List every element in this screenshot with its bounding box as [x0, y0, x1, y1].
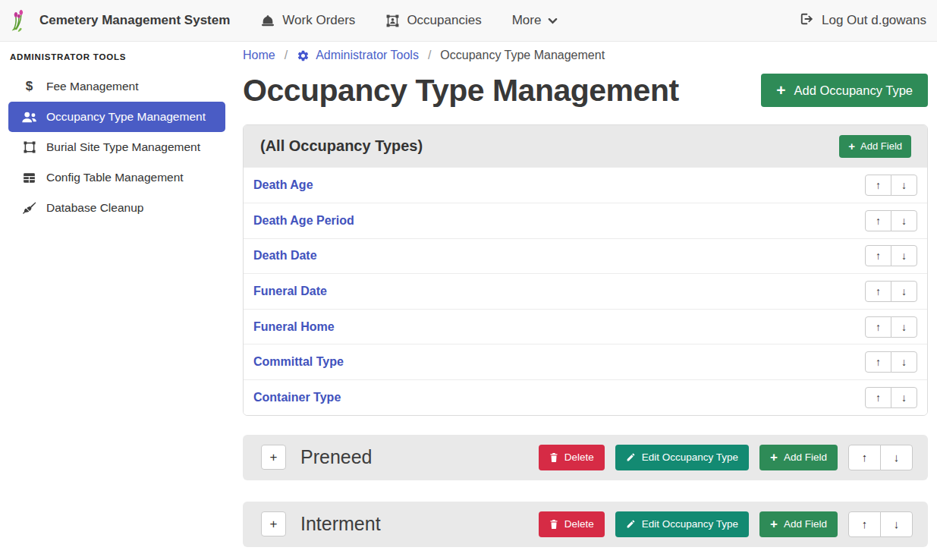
- nav-occupancies-label: Occupancies: [407, 13, 481, 28]
- plus-icon: +: [776, 81, 785, 99]
- field-link-death-date[interactable]: Death Date: [253, 249, 317, 263]
- nav-item-more[interactable]: More: [512, 13, 558, 28]
- edit-occupancy-type-label: Edit Occupancy Type: [642, 451, 738, 463]
- sidebar-item-label: Fee Management: [46, 80, 139, 93]
- add-field-label: Add Field: [860, 140, 902, 152]
- breadcrumb-current: Occupancy Type Management: [440, 49, 605, 62]
- sidebar-item-burial-site-type-management[interactable]: Burial Site Type Management: [8, 132, 225, 162]
- edit-occupancy-type-button[interactable]: Edit Occupancy Type: [615, 511, 749, 537]
- nav-more-label: More: [512, 13, 542, 28]
- occupancy-type-section-interment: + Interment Delete: [243, 502, 928, 547]
- field-link-death-age-period[interactable]: Death Age Period: [253, 214, 354, 228]
- app-brand[interactable]: Cemetery Management System: [11, 9, 230, 33]
- move-down-button[interactable]: ↓: [891, 175, 917, 196]
- breadcrumb-admin-tools-link[interactable]: Administrator Tools: [297, 49, 419, 62]
- field-link-death-age[interactable]: Death Age: [253, 178, 313, 192]
- trash-icon: [549, 519, 558, 530]
- nav-item-occupancies[interactable]: Occupancies: [385, 13, 481, 28]
- hard-hat-icon: [260, 14, 275, 28]
- pencil-icon: [626, 452, 636, 462]
- chevron-down-icon: [548, 17, 558, 24]
- nav-item-work-orders[interactable]: Work Orders: [260, 13, 355, 28]
- pencil-icon: [626, 519, 636, 529]
- add-field-button[interactable]: + Add Field: [839, 135, 911, 158]
- expand-button[interactable]: +: [261, 445, 286, 470]
- card-header: (All Occupancy Types) + Add Field: [244, 125, 927, 167]
- move-down-button[interactable]: ↓: [891, 281, 917, 302]
- table-icon: [20, 171, 38, 184]
- field-row: Death Age Period ↑ ↓: [244, 203, 927, 238]
- add-field-button[interactable]: + Add Field: [759, 511, 838, 537]
- move-down-button[interactable]: ↓: [891, 245, 917, 266]
- add-occupancy-type-button[interactable]: + Add Occupancy Type: [761, 74, 928, 107]
- field-row: Committal Type ↑ ↓: [244, 344, 927, 379]
- move-up-button[interactable]: ↑: [865, 351, 891, 373]
- move-down-button[interactable]: ↓: [891, 316, 917, 338]
- field-link-container-type[interactable]: Container Type: [253, 391, 341, 404]
- breadcrumb: Home / Administrator Tools / Occupancy T…: [243, 49, 928, 62]
- field-link-funeral-home[interactable]: Funeral Home: [253, 320, 335, 334]
- section-title: Interment: [300, 513, 381, 535]
- reorder-controls: ↑ ↓: [865, 387, 917, 408]
- delete-button[interactable]: Delete: [539, 445, 605, 470]
- sidebar-heading: ADMINISTRATOR TOOLS: [0, 47, 234, 71]
- reorder-controls: ↑ ↓: [865, 245, 917, 266]
- move-up-button[interactable]: ↑: [865, 210, 891, 231]
- breadcrumb-separator: /: [285, 49, 288, 62]
- move-up-button[interactable]: ↑: [848, 445, 881, 470]
- edit-occupancy-type-label: Edit Occupancy Type: [642, 518, 738, 530]
- expand-button[interactable]: +: [261, 511, 286, 536]
- plus-icon: +: [770, 450, 778, 465]
- broom-icon: [20, 201, 38, 216]
- plus-icon: +: [848, 140, 855, 153]
- all-occupancy-types-card: (All Occupancy Types) + Add Field Death …: [243, 124, 928, 415]
- sidebar-item-fee-management[interactable]: $ Fee Management: [8, 71, 225, 102]
- sidebar-item-config-table-management[interactable]: Config Table Management: [8, 162, 225, 193]
- reorder-controls: ↑ ↓: [848, 511, 913, 537]
- move-down-button[interactable]: ↓: [880, 445, 913, 470]
- users-icon: [20, 111, 38, 123]
- delete-button[interactable]: Delete: [539, 511, 605, 537]
- add-field-label: Add Field: [784, 451, 827, 463]
- top-navbar: Cemetery Management System Work Orders O…: [0, 0, 937, 42]
- move-up-button[interactable]: ↑: [865, 245, 891, 266]
- breadcrumb-separator: /: [428, 49, 431, 62]
- main-content: Home / Administrator Tools / Occupancy T…: [234, 42, 937, 560]
- vector-square-icon: [20, 140, 38, 154]
- move-up-button[interactable]: ↑: [865, 316, 891, 338]
- breadcrumb-admin-tools-label: Administrator Tools: [316, 49, 419, 62]
- occupancy-stamp-icon: [385, 14, 400, 28]
- gear-icon: [297, 49, 310, 62]
- move-down-button[interactable]: ↓: [891, 351, 917, 373]
- move-up-button[interactable]: ↑: [865, 281, 891, 302]
- move-up-button[interactable]: ↑: [848, 511, 881, 537]
- section-title: Preneed: [300, 446, 373, 468]
- field-link-funeral-date[interactable]: Funeral Date: [253, 285, 327, 298]
- card-title: (All Occupancy Types): [260, 137, 423, 155]
- field-row: Death Age ↑ ↓: [244, 167, 927, 203]
- tulips-logo-icon: [11, 9, 32, 33]
- edit-occupancy-type-button[interactable]: Edit Occupancy Type: [615, 445, 749, 470]
- move-up-button[interactable]: ↑: [865, 387, 891, 408]
- dollar-icon: $: [20, 79, 38, 94]
- field-row: Container Type ↑ ↓: [244, 379, 927, 415]
- move-up-button[interactable]: ↑: [865, 175, 891, 196]
- reorder-controls: ↑ ↓: [848, 445, 913, 470]
- logout-label: Log Out d.gowans: [822, 13, 926, 28]
- section-actions: Delete Edit Occupancy Type + Add Field ↑: [528, 511, 913, 537]
- field-link-committal-type[interactable]: Committal Type: [253, 355, 344, 369]
- reorder-controls: ↑ ↓: [865, 351, 917, 373]
- sidebar-item-occupancy-type-management[interactable]: Occupancy Type Management: [8, 102, 225, 132]
- admin-sidebar: ADMINISTRATOR TOOLS $ Fee Management Occ…: [0, 42, 234, 560]
- breadcrumb-home-link[interactable]: Home: [243, 49, 275, 62]
- move-down-button[interactable]: ↓: [891, 210, 917, 231]
- logout-button[interactable]: Log Out d.gowans: [799, 11, 926, 30]
- sidebar-item-database-cleanup[interactable]: Database Cleanup: [8, 193, 225, 223]
- nav-work-orders-label: Work Orders: [282, 13, 355, 28]
- add-occupancy-type-label: Add Occupancy Type: [794, 83, 913, 98]
- plus-icon: +: [770, 517, 778, 532]
- field-row: Funeral Date ↑ ↓: [244, 273, 927, 309]
- move-down-button[interactable]: ↓: [891, 387, 917, 408]
- move-down-button[interactable]: ↓: [880, 511, 913, 537]
- add-field-button[interactable]: + Add Field: [759, 445, 838, 470]
